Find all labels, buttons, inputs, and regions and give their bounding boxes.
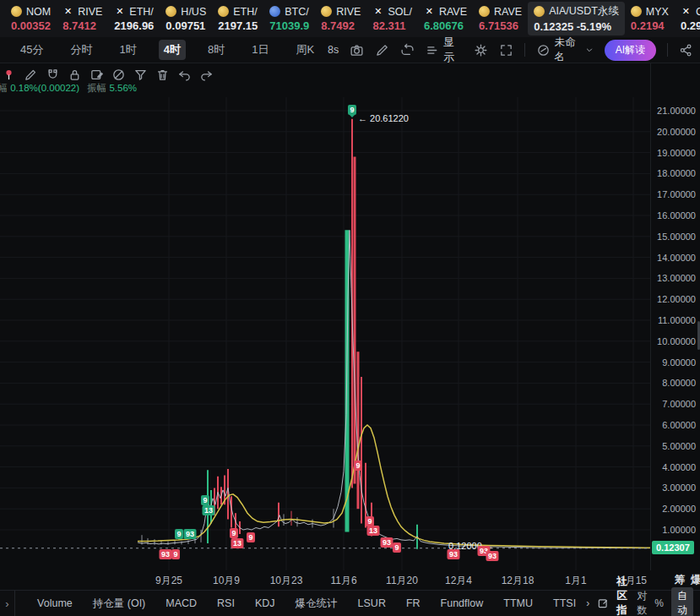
timeframe-tab-8时[interactable]: 8时 bbox=[203, 40, 230, 60]
y-axis-label: 14.00000 bbox=[657, 253, 696, 263]
y-axis-label: 21.00000 bbox=[657, 106, 696, 116]
y-axis-label: 13.00000 bbox=[657, 273, 696, 283]
chevron-down-icon bbox=[585, 42, 594, 57]
ticker-price: 0.12325 -5.19% bbox=[534, 20, 619, 33]
indicator-tab-lsur[interactable]: LSUR bbox=[348, 597, 396, 609]
ticker-symbol: RIVE bbox=[336, 6, 361, 18]
ticker-bar: NOM0.00352✕RIVE8.7412✕ETH/2196.96H/US0.0… bbox=[0, 0, 700, 37]
gear-icon[interactable] bbox=[474, 42, 488, 57]
indicator-tab-爆仓统计[interactable]: 爆仓统计 bbox=[285, 597, 348, 611]
timeframe-tab-4时[interactable]: 4时 bbox=[159, 40, 186, 60]
ticker-item-rive[interactable]: ✕RIVE8.7412 bbox=[57, 3, 108, 35]
timeframe-tab-分时[interactable]: 分时 bbox=[65, 40, 97, 60]
indicator-bar-right: › 社区指标 对数 % 自动 bbox=[586, 575, 700, 616]
ticker-symbol: ETH/ bbox=[233, 6, 257, 18]
indicator-tab-volume[interactable]: Volume bbox=[27, 597, 83, 609]
ticker-item-eth-[interactable]: ✕ETH/2196.96 bbox=[108, 3, 160, 35]
x-axis-label: 1月1 bbox=[565, 574, 586, 588]
indicator-tab-持仓量-oi-[interactable]: 持仓量 (OI) bbox=[83, 597, 156, 611]
auto-scale-toggle[interactable]: 自动 bbox=[671, 587, 693, 616]
y-axis-label: 15.00000 bbox=[657, 232, 696, 242]
coin-icon: ✕ bbox=[114, 6, 125, 17]
log-scale-toggle[interactable]: 对数 bbox=[637, 589, 647, 616]
display-toggle[interactable]: 显示 bbox=[426, 35, 462, 65]
ticker-item-aia-usdt-[interactable]: AIA/USDT永续0.12325 -5.19% bbox=[528, 2, 625, 35]
price-axis[interactable]: 21.0000020.0000019.0000018.0000017.00000… bbox=[650, 63, 700, 570]
timeframe-tab-45分[interactable]: 45分 bbox=[15, 40, 48, 60]
interval-label[interactable]: 8s bbox=[328, 44, 339, 56]
ticker-item-eth-[interactable]: ETH/2197.15 bbox=[212, 3, 263, 35]
x-axis-label: 10月9 bbox=[213, 574, 240, 588]
y-axis-label: 16.00000 bbox=[657, 210, 696, 221]
indicator-tab-kdj[interactable]: KDJ bbox=[245, 597, 285, 609]
y-axis-label: 19.00000 bbox=[657, 148, 696, 158]
divider bbox=[667, 43, 668, 57]
ticker-item-rave[interactable]: RAVE6.71536 bbox=[473, 3, 528, 35]
ai-analysis-button[interactable]: AI解读 bbox=[605, 40, 656, 61]
ticker-price: 0.2194 bbox=[631, 19, 669, 32]
ticker-price: 2196.96 bbox=[114, 19, 154, 32]
ticker-item-myx[interactable]: MYX0.2194 bbox=[625, 3, 675, 35]
redo-icon[interactable] bbox=[199, 68, 214, 82]
indicator-tab-fundflow[interactable]: Fundflow bbox=[431, 597, 494, 609]
hide-circle-icon[interactable] bbox=[111, 68, 126, 82]
pencil-icon[interactable] bbox=[24, 68, 38, 82]
coin-icon: ✕ bbox=[681, 6, 692, 17]
layout-selector[interactable]: 未命名 bbox=[536, 35, 594, 64]
tab-community-indicators[interactable]: 社区指标 bbox=[616, 575, 629, 616]
ticker-item-coai[interactable]: ✕COAI0.2982 bbox=[675, 3, 700, 35]
indicator-tab-macd[interactable]: MACD bbox=[155, 597, 207, 609]
coin-icon: ✕ bbox=[372, 6, 383, 17]
more-chevron-icon[interactable]: › bbox=[586, 597, 589, 609]
change-label: 涨幅 bbox=[0, 83, 8, 93]
ticker-item-sol-[interactable]: ✕SOL/82.311 bbox=[366, 3, 418, 35]
coin-icon: ✕ bbox=[62, 6, 73, 17]
ticker-price: 0.09751 bbox=[166, 19, 206, 32]
y-axis-label: 17.00000 bbox=[657, 189, 696, 199]
x-axis-label: 12月18 bbox=[502, 574, 534, 588]
ticker-symbol: NOM bbox=[26, 6, 51, 18]
magnet-icon[interactable] bbox=[46, 68, 60, 82]
timeframe-tabs: 45分分时1时4时8时1日周K bbox=[7, 40, 328, 60]
timeframe-tab-1时[interactable]: 1时 bbox=[114, 40, 141, 60]
timeframe-tab-周K[interactable]: 周K bbox=[290, 40, 319, 60]
expand-icon[interactable] bbox=[499, 42, 513, 57]
coin-icon: ✕ bbox=[424, 6, 435, 17]
share-icon[interactable] bbox=[679, 42, 693, 57]
camera-icon[interactable] bbox=[350, 42, 364, 57]
note-edit-icon[interactable] bbox=[90, 68, 104, 82]
indicator-tab-fr[interactable]: FR bbox=[396, 597, 431, 609]
y-axis-label: 4.00000 bbox=[662, 462, 696, 472]
lock-icon[interactable] bbox=[68, 68, 82, 82]
funnel-icon[interactable] bbox=[133, 68, 148, 82]
x-axis-label: 10月23 bbox=[270, 574, 303, 588]
ticker-change: -5.19% bbox=[577, 20, 611, 33]
edit-box-icon[interactable] bbox=[597, 597, 609, 609]
indicator-tab-ttmu[interactable]: TTMU bbox=[493, 597, 543, 609]
ticker-item-h-us[interactable]: H/US0.09751 bbox=[160, 3, 212, 35]
percent-scale-toggle[interactable]: % bbox=[654, 597, 664, 609]
indicator-bar: › Volume持仓量 (OI)MACDRSIKDJ爆仓统计LSURFRFund… bbox=[0, 590, 700, 616]
trading-app: NOM0.00352✕RIVE8.7412✕ETH/2196.96H/US0.0… bbox=[0, 0, 700, 616]
list-icon bbox=[426, 42, 440, 57]
ticker-item-rave[interactable]: ✕RAVE6.80676 bbox=[418, 3, 473, 35]
trash-icon[interactable] bbox=[155, 68, 170, 82]
x-axis-label: 11月6 bbox=[330, 574, 356, 588]
collapse-chevron[interactable]: › bbox=[0, 591, 15, 616]
replay-icon[interactable] bbox=[400, 42, 415, 57]
candlestick-chart[interactable]: ← 20.612200.12000 →991399393991399913939… bbox=[0, 63, 650, 570]
y-axis-label: 18.00000 bbox=[657, 168, 696, 178]
marker-pin-icon[interactable] bbox=[2, 68, 16, 82]
ticker-item-nom[interactable]: NOM0.00352 bbox=[5, 3, 57, 35]
y-axis-label: 8.00000 bbox=[662, 378, 696, 388]
undo-icon[interactable] bbox=[177, 68, 192, 82]
drawing-toolbar bbox=[2, 66, 214, 83]
ticker-item-btc-[interactable]: BTC/71039.9 bbox=[263, 3, 315, 35]
indicator-tab-rsi[interactable]: RSI bbox=[207, 597, 245, 609]
timeframe-tab-1日[interactable]: 1日 bbox=[247, 40, 274, 60]
edit-icon[interactable] bbox=[375, 42, 389, 57]
ticker-symbol: MYX bbox=[646, 6, 669, 18]
x-axis-label: 12月4 bbox=[445, 574, 472, 588]
ticker-item-rive[interactable]: RIVE8.7492 bbox=[315, 3, 366, 35]
indicator-tab-ttsi[interactable]: TTSI bbox=[543, 597, 586, 609]
